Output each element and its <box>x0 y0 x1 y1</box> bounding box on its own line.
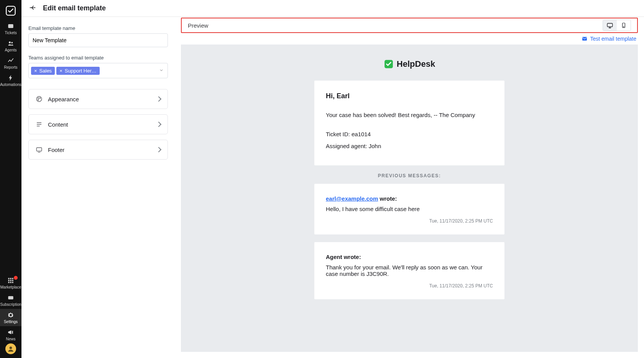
pm-time: Tue, 11/17/2020, 2:25 PM UTC <box>326 283 493 289</box>
ticket-icon <box>7 22 15 30</box>
page-title: Edit email template <box>43 4 106 12</box>
desktop-icon <box>606 22 613 29</box>
sidebar: Tickets Agents Reports Automations Marke… <box>0 0 21 358</box>
section-label: Footer <box>48 147 151 153</box>
teams-label: Teams assigned to email template <box>28 55 168 61</box>
sidebar-item-tickets[interactable]: Tickets <box>0 20 21 37</box>
desktop-preview-button[interactable] <box>603 20 617 31</box>
team-chip: × Support Her… <box>56 67 100 75</box>
svg-rect-13 <box>8 296 13 299</box>
sidebar-item-reports[interactable]: Reports <box>0 54 21 72</box>
svg-rect-12 <box>12 282 13 283</box>
svg-point-22 <box>623 26 624 27</box>
svg-point-2 <box>9 41 11 43</box>
sidebar-item-label: Tickets <box>5 31 16 35</box>
chip-label: Sales <box>39 68 52 74</box>
svg-rect-6 <box>12 278 13 279</box>
svg-point-18 <box>38 99 39 100</box>
section-label: Content <box>48 121 151 128</box>
template-name-label: Email template name <box>28 25 168 31</box>
previous-message-card: Agent wrote: Thank you for your email. W… <box>314 242 504 299</box>
svg-rect-23 <box>582 37 587 40</box>
svg-point-3 <box>11 42 13 43</box>
sidebar-item-agents[interactable]: Agents <box>0 37 21 54</box>
card-icon <box>7 294 15 302</box>
svg-rect-8 <box>10 280 11 281</box>
mail-icon <box>582 36 588 42</box>
chevron-down-icon[interactable] <box>159 68 164 74</box>
pm-body: Thank you for your email. We'll reply as… <box>326 264 493 277</box>
mobile-icon <box>621 22 627 28</box>
svg-rect-5 <box>10 278 11 279</box>
main-area: Edit email template Email template name … <box>21 0 644 358</box>
preview-message-card: Hi, Earl Your case has been solved! Best… <box>314 81 504 165</box>
teams-multiselect[interactable]: × Sales × Support Her… <box>28 63 168 78</box>
sidebar-item-label: Automations <box>0 82 21 87</box>
pm-author: Agent wrote: <box>326 254 493 260</box>
previous-message-card: earl@example.com wrote: Hello, I have so… <box>314 184 504 234</box>
svg-point-17 <box>39 98 40 99</box>
notification-badge <box>14 276 18 280</box>
sidebar-item-label: Settings <box>4 320 18 324</box>
back-button[interactable] <box>28 3 38 14</box>
megaphone-icon <box>7 328 15 336</box>
sidebar-item-automations[interactable]: Automations <box>0 72 21 89</box>
chip-remove-icon[interactable]: × <box>59 68 62 74</box>
preview-assigned-agent: Assigned agent: John <box>326 143 493 149</box>
preview-header-highlight: Preview <box>181 18 638 33</box>
preview-title: Preview <box>188 22 208 29</box>
brand-name: HelpDesk <box>397 59 435 69</box>
chip-remove-icon[interactable]: × <box>34 68 37 74</box>
sidebar-item-subscription[interactable]: Subscription <box>0 292 21 309</box>
helpdesk-logo-icon <box>384 59 394 69</box>
sidebar-item-settings[interactable]: Settings <box>0 309 21 326</box>
user-avatar[interactable] <box>5 343 16 354</box>
svg-point-15 <box>36 96 42 102</box>
arrow-left-icon <box>29 4 36 11</box>
pm-author-link[interactable]: earl@example.com <box>326 195 378 202</box>
preview-panel: Preview Test email template <box>175 17 644 358</box>
svg-rect-19 <box>36 148 42 151</box>
sidebar-item-marketplace[interactable]: Marketplace <box>0 274 21 292</box>
pm-body: Hello, I have some difficult case here <box>326 206 493 212</box>
svg-rect-20 <box>607 23 613 27</box>
test-email-link[interactable]: Test email template <box>582 36 636 42</box>
preview-body-text: Your case has been solved! Best regards,… <box>326 111 493 119</box>
content: Email template name Teams assigned to em… <box>21 17 644 358</box>
app-logo <box>5 5 16 16</box>
sidebar-item-label: Marketplace <box>0 285 21 289</box>
sidebar-item-label: News <box>6 337 15 341</box>
device-toggle <box>603 20 631 31</box>
pm-time: Tue, 11/17/2020, 2:25 PM UTC <box>326 218 493 224</box>
chip-label: Support Her… <box>65 68 97 74</box>
section-appearance[interactable]: Appearance <box>28 89 168 109</box>
mobile-preview-button[interactable] <box>617 20 631 31</box>
section-content[interactable]: Content <box>28 114 168 134</box>
monitor-icon <box>36 146 43 153</box>
test-email-label: Test email template <box>590 36 636 42</box>
svg-rect-11 <box>10 282 11 283</box>
section-footer[interactable]: Footer <box>28 140 168 160</box>
chevron-right-icon <box>157 147 161 153</box>
chevron-right-icon <box>157 121 161 127</box>
list-icon <box>36 121 43 128</box>
sidebar-item-news[interactable]: News <box>0 326 21 343</box>
chevron-right-icon <box>157 96 161 102</box>
preview-body: HelpDesk Hi, Earl Your case has been sol… <box>181 45 638 352</box>
previous-messages-label: PREVIOUS MESSAGES: <box>186 173 633 178</box>
form-panel: Email template name Teams assigned to em… <box>21 17 175 358</box>
checkbox-check-icon <box>5 5 16 16</box>
palette-icon <box>36 96 43 102</box>
brand-row: HelpDesk <box>186 59 633 69</box>
svg-rect-1 <box>8 24 13 28</box>
section-label: Appearance <box>48 96 151 102</box>
topbar: Edit email template <box>21 0 644 17</box>
pm-author-suffix: wrote: <box>378 195 397 202</box>
agents-icon <box>7 40 15 47</box>
bolt-icon <box>7 74 15 82</box>
chart-line-icon <box>7 57 15 64</box>
template-name-input[interactable] <box>28 33 168 47</box>
team-chip: × Sales <box>31 67 55 75</box>
svg-rect-9 <box>12 280 13 281</box>
svg-point-16 <box>38 98 39 99</box>
